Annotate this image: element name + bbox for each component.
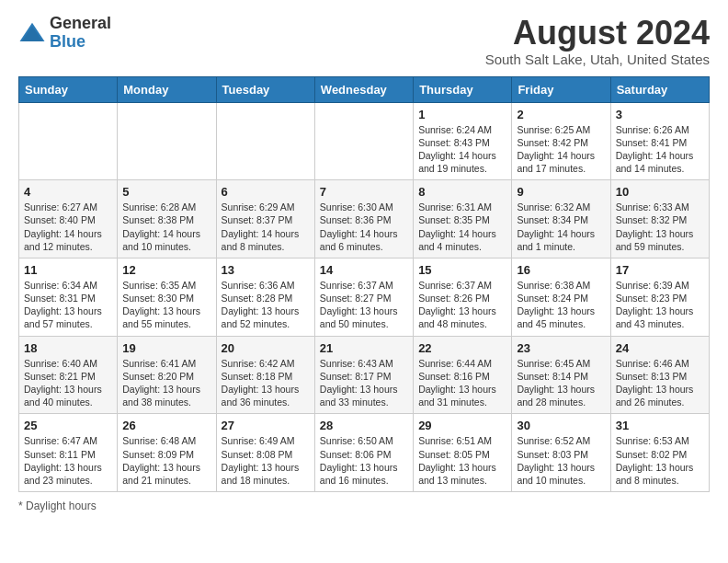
calendar-cell: 10Sunrise: 6:33 AM Sunset: 8:32 PM Dayli… (610, 180, 709, 259)
day-number: 9 (517, 185, 605, 199)
header-cell-wednesday: Wednesday (314, 76, 413, 102)
day-info: Sunrise: 6:37 AM Sunset: 8:27 PM Dayligh… (320, 279, 408, 331)
calendar-table: SundayMondayTuesdayWednesdayThursdayFrid… (18, 76, 710, 492)
calendar-cell: 11Sunrise: 6:34 AM Sunset: 8:31 PM Dayli… (19, 258, 118, 336)
day-info: Sunrise: 6:25 AM Sunset: 8:42 PM Dayligh… (517, 123, 605, 176)
day-info: Sunrise: 6:39 AM Sunset: 8:23 PM Dayligh… (616, 279, 704, 331)
day-number: 16 (517, 263, 605, 277)
header-row: SundayMondayTuesdayWednesdayThursdayFrid… (19, 76, 710, 102)
title-block: August 2024 South Salt Lake, Utah, Unite… (485, 15, 710, 67)
day-info: Sunrise: 6:38 AM Sunset: 8:24 PM Dayligh… (517, 279, 605, 331)
day-number: 27 (222, 419, 310, 432)
day-number: 30 (517, 419, 605, 432)
day-number: 29 (418, 419, 506, 432)
calendar-week-4: 25Sunrise: 6:47 AM Sunset: 8:11 PM Dayli… (19, 414, 710, 492)
calendar-cell (314, 102, 413, 180)
month-year-title: August 2024 (485, 15, 710, 52)
day-number: 26 (122, 419, 210, 432)
day-number: 12 (122, 263, 210, 277)
footer-note: * Daylight hours (18, 500, 710, 512)
day-info: Sunrise: 6:36 AM Sunset: 8:28 PM Dayligh… (222, 279, 310, 331)
day-info: Sunrise: 6:50 AM Sunset: 8:06 PM Dayligh… (320, 434, 408, 487)
calendar-week-0: 1Sunrise: 6:24 AM Sunset: 8:43 PM Daylig… (19, 102, 710, 180)
day-info: Sunrise: 6:51 AM Sunset: 8:05 PM Dayligh… (418, 434, 506, 487)
day-info: Sunrise: 6:33 AM Sunset: 8:32 PM Dayligh… (616, 201, 704, 253)
logo: General Blue (18, 15, 111, 52)
day-number: 11 (24, 263, 112, 277)
calendar-cell: 17Sunrise: 6:39 AM Sunset: 8:23 PM Dayli… (610, 258, 709, 336)
page-header: General Blue August 2024 South Salt Lake… (18, 15, 710, 67)
header-cell-friday: Friday (512, 76, 610, 102)
calendar-cell: 8Sunrise: 6:31 AM Sunset: 8:35 PM Daylig… (414, 180, 512, 259)
day-info: Sunrise: 6:28 AM Sunset: 8:38 PM Dayligh… (122, 201, 210, 253)
day-info: Sunrise: 6:35 AM Sunset: 8:30 PM Dayligh… (122, 279, 210, 331)
day-number: 14 (320, 263, 408, 277)
day-info: Sunrise: 6:44 AM Sunset: 8:16 PM Dayligh… (418, 357, 506, 409)
day-number: 8 (418, 185, 506, 199)
location-subtitle: South Salt Lake, Utah, United States (485, 52, 710, 67)
logo-icon (18, 19, 46, 47)
day-info: Sunrise: 6:41 AM Sunset: 8:20 PM Dayligh… (122, 357, 210, 409)
header-cell-thursday: Thursday (414, 76, 512, 102)
calendar-cell: 1Sunrise: 6:24 AM Sunset: 8:43 PM Daylig… (414, 102, 512, 180)
day-number: 24 (616, 341, 704, 355)
logo-general: General (50, 15, 111, 33)
calendar-body: 1Sunrise: 6:24 AM Sunset: 8:43 PM Daylig… (19, 102, 710, 491)
calendar-cell: 21Sunrise: 6:43 AM Sunset: 8:17 PM Dayli… (314, 336, 413, 414)
day-number: 31 (616, 419, 704, 432)
calendar-cell: 13Sunrise: 6:36 AM Sunset: 8:28 PM Dayli… (216, 258, 314, 336)
day-number: 22 (418, 341, 506, 355)
calendar-week-2: 11Sunrise: 6:34 AM Sunset: 8:31 PM Dayli… (19, 258, 710, 336)
day-info: Sunrise: 6:48 AM Sunset: 8:09 PM Dayligh… (122, 434, 210, 487)
header-cell-monday: Monday (118, 76, 216, 102)
day-info: Sunrise: 6:46 AM Sunset: 8:13 PM Dayligh… (616, 357, 704, 409)
day-number: 28 (320, 419, 408, 432)
day-info: Sunrise: 6:47 AM Sunset: 8:11 PM Dayligh… (24, 434, 112, 487)
day-info: Sunrise: 6:27 AM Sunset: 8:40 PM Dayligh… (24, 201, 112, 253)
day-info: Sunrise: 6:40 AM Sunset: 8:21 PM Dayligh… (24, 357, 112, 409)
calendar-cell: 9Sunrise: 6:32 AM Sunset: 8:34 PM Daylig… (512, 180, 610, 259)
calendar-cell: 7Sunrise: 6:30 AM Sunset: 8:36 PM Daylig… (314, 180, 413, 259)
calendar-cell: 24Sunrise: 6:46 AM Sunset: 8:13 PM Dayli… (610, 336, 709, 414)
day-number: 17 (616, 263, 704, 277)
day-number: 3 (616, 108, 704, 121)
day-info: Sunrise: 6:26 AM Sunset: 8:41 PM Dayligh… (616, 123, 704, 176)
logo-blue: Blue (50, 33, 111, 52)
day-number: 7 (320, 185, 408, 199)
calendar-cell: 12Sunrise: 6:35 AM Sunset: 8:30 PM Dayli… (118, 258, 216, 336)
calendar-week-1: 4Sunrise: 6:27 AM Sunset: 8:40 PM Daylig… (19, 180, 710, 259)
day-number: 6 (222, 185, 310, 199)
calendar-cell: 26Sunrise: 6:48 AM Sunset: 8:09 PM Dayli… (118, 414, 216, 492)
day-number: 25 (24, 419, 112, 432)
day-number: 15 (418, 263, 506, 277)
header-cell-sunday: Sunday (19, 76, 118, 102)
day-info: Sunrise: 6:29 AM Sunset: 8:37 PM Dayligh… (222, 201, 310, 253)
day-number: 19 (122, 341, 210, 355)
day-number: 5 (122, 185, 210, 199)
day-info: Sunrise: 6:30 AM Sunset: 8:36 PM Dayligh… (320, 201, 408, 253)
calendar-cell: 23Sunrise: 6:45 AM Sunset: 8:14 PM Dayli… (512, 336, 610, 414)
calendar-cell: 19Sunrise: 6:41 AM Sunset: 8:20 PM Dayli… (118, 336, 216, 414)
calendar-cell: 18Sunrise: 6:40 AM Sunset: 8:21 PM Dayli… (19, 336, 118, 414)
calendar-cell: 29Sunrise: 6:51 AM Sunset: 8:05 PM Dayli… (414, 414, 512, 492)
calendar-cell: 15Sunrise: 6:37 AM Sunset: 8:26 PM Dayli… (414, 258, 512, 336)
day-info: Sunrise: 6:32 AM Sunset: 8:34 PM Dayligh… (517, 201, 605, 253)
calendar-cell: 25Sunrise: 6:47 AM Sunset: 8:11 PM Dayli… (19, 414, 118, 492)
logo-text: General Blue (50, 15, 111, 52)
day-number: 13 (222, 263, 310, 277)
calendar-cell: 3Sunrise: 6:26 AM Sunset: 8:41 PM Daylig… (610, 102, 709, 180)
day-number: 21 (320, 341, 408, 355)
day-info: Sunrise: 6:49 AM Sunset: 8:08 PM Dayligh… (222, 434, 310, 487)
calendar-cell: 20Sunrise: 6:42 AM Sunset: 8:18 PM Dayli… (216, 336, 314, 414)
calendar-cell: 30Sunrise: 6:52 AM Sunset: 8:03 PM Dayli… (512, 414, 610, 492)
day-info: Sunrise: 6:34 AM Sunset: 8:31 PM Dayligh… (24, 279, 112, 331)
day-number: 10 (616, 185, 704, 199)
header-cell-tuesday: Tuesday (216, 76, 314, 102)
day-number: 2 (517, 108, 605, 121)
calendar-cell: 16Sunrise: 6:38 AM Sunset: 8:24 PM Dayli… (512, 258, 610, 336)
day-info: Sunrise: 6:45 AM Sunset: 8:14 PM Dayligh… (517, 357, 605, 409)
calendar-cell: 5Sunrise: 6:28 AM Sunset: 8:38 PM Daylig… (118, 180, 216, 259)
day-info: Sunrise: 6:52 AM Sunset: 8:03 PM Dayligh… (517, 434, 605, 487)
calendar-cell (19, 102, 118, 180)
calendar-cell: 28Sunrise: 6:50 AM Sunset: 8:06 PM Dayli… (314, 414, 413, 492)
